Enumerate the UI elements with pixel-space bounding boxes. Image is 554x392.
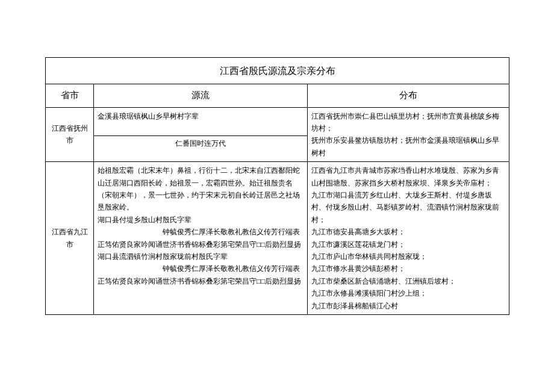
header-source: 源流 [94,84,308,108]
source-cell: 始祖殷宏霸（北宋末年）鼻祖，行衍十二，北宋末自江西鄱阳蛇山迁居湖口西阳长岭，始祖… [94,162,308,315]
province-cell: 江西省抚州市 [46,107,94,162]
distribution-cell: 江西省抚州市崇仁县巴山镇里坊村；抚州市宜黄县桃陂乡梅坊村；抚州市乐安县鳌坊镇殷坊… [308,107,509,162]
title-row: 江西省殷氏源流及宗亲分布 [46,58,509,84]
distribution-cell: 江西省九江市共青城市苏家垱香山村水堆珑殷、苏家为乡青山村围塘殷、苏家挡乡大桥村殷… [308,162,509,315]
source-line2: 仁番国时连万代 [94,135,308,162]
table-title: 江西省殷氏源流及宗亲分布 [46,58,509,84]
header-row: 省市 源流 分布 [46,84,509,108]
table-row: 江西省抚州市 金溪县琅琚镇枫山乡早树村字辈 江西省抚州市崇仁县巴山镇里坊村；抚州… [46,107,509,135]
table-row: 江西省九江市 始祖殷宏霸（北宋末年）鼻祖，行衍十二，北宋末自江西鄱阳蛇山迁居湖口… [46,162,509,315]
province-cell: 江西省九江市 [46,162,94,315]
genealogy-table: 江西省殷氏源流及宗亲分布 省市 源流 分布 江西省抚州市 金溪县琅琚镇枫山乡早树… [45,57,509,315]
header-province: 省市 [46,84,94,108]
source-line1: 金溪县琅琚镇枫山乡早树村字辈 [94,107,308,135]
header-distribution: 分布 [308,84,509,108]
